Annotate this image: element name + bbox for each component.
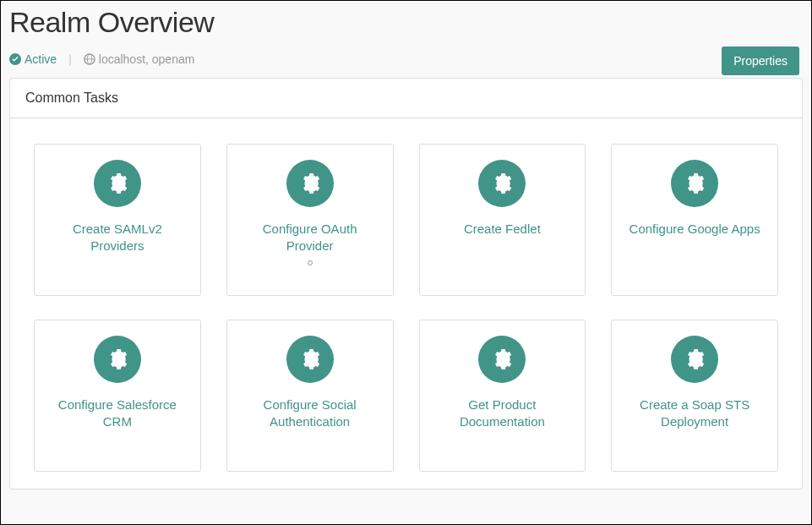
realm-host-text: localhost, openam xyxy=(99,52,195,66)
task-label: Create SAMLv2 Providers xyxy=(43,221,192,255)
globe-icon xyxy=(84,53,95,65)
task-label: Create Fedlet xyxy=(459,221,546,238)
check-circle-icon xyxy=(9,53,21,65)
status-active: Active xyxy=(9,52,57,66)
common-tasks-panel: Common Tasks Create SAMLv2 Providers Con… xyxy=(9,78,803,489)
properties-button[interactable]: Properties xyxy=(722,46,799,75)
status-label: Active xyxy=(25,52,57,66)
status-row: Active | localhost, openam xyxy=(9,52,803,66)
status-divider: | xyxy=(68,52,72,66)
realm-host: localhost, openam xyxy=(84,52,195,66)
task-label: Configure Google Apps xyxy=(624,221,766,238)
gear-icon xyxy=(94,160,141,207)
task-create-fedlet[interactable]: Create Fedlet xyxy=(419,144,586,296)
task-get-product-documentation[interactable]: Get Product Documentation xyxy=(419,320,586,472)
task-create-soap-sts-deployment[interactable]: Create a Soap STS Deployment xyxy=(611,320,778,472)
gear-icon xyxy=(94,336,141,383)
task-configure-social-authentication[interactable]: Configure Social Authentication xyxy=(226,320,394,472)
task-label: Configure OAuth Provider xyxy=(236,221,384,255)
task-create-samlv2-providers[interactable]: Create SAMLv2 Providers xyxy=(34,144,201,296)
gear-icon xyxy=(286,336,334,383)
panel-header: Common Tasks xyxy=(10,79,802,118)
task-grid: Create SAMLv2 Providers Configure OAuth … xyxy=(10,118,802,489)
task-configure-oauth-provider[interactable]: Configure OAuth Provider xyxy=(226,144,394,296)
task-label: Get Product Documentation xyxy=(428,396,577,431)
task-configure-google-apps[interactable]: Configure Google Apps xyxy=(611,144,778,296)
gear-icon xyxy=(671,160,718,207)
gear-icon xyxy=(671,336,718,383)
task-label: Create a Soap STS Deployment xyxy=(620,396,769,431)
page-title: Realm Overview xyxy=(9,6,803,39)
panel-title: Common Tasks xyxy=(25,90,787,106)
task-label: Configure Social Authentication xyxy=(236,396,384,431)
task-configure-salesforce-crm[interactable]: Configure Salesforce CRM xyxy=(34,320,201,472)
ring-indicator-icon xyxy=(308,260,313,265)
gear-icon xyxy=(478,160,526,207)
gear-icon xyxy=(286,160,334,207)
task-label: Configure Salesforce CRM xyxy=(43,396,192,431)
gear-icon xyxy=(478,336,526,383)
